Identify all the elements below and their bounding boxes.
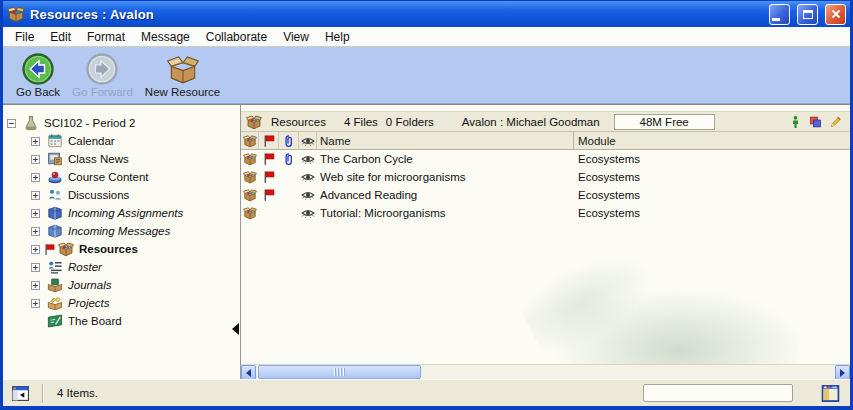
list-row[interactable]: Web site for microorganismsEcosystems [241, 168, 850, 186]
tree-item[interactable]: +Incoming Assignments [3, 204, 240, 222]
collapse-splitter-arrow[interactable] [232, 323, 239, 335]
watermark [512, 230, 673, 364]
window-title: Resources : Avalon [30, 7, 762, 22]
scroll-grip-icon [334, 368, 345, 376]
menu-message[interactable]: Message [133, 28, 198, 46]
tree-item[interactable]: +Projects [3, 294, 240, 312]
eye-icon [301, 206, 315, 220]
tree-item[interactable]: +Course Content [3, 168, 240, 186]
hscroll-right-arrow[interactable] [835, 365, 850, 379]
tree-item[interactable]: +Roster [3, 258, 240, 276]
expand-toggle[interactable]: + [31, 137, 40, 146]
tree-item[interactable]: −SCI102 - Period 2 [3, 114, 240, 132]
cell-clip [279, 204, 299, 222]
expand-toggle[interactable]: − [7, 119, 16, 128]
hscroll-track[interactable] [256, 365, 835, 379]
column-header-row: Name Module [241, 132, 850, 150]
column-attachment[interactable] [279, 132, 299, 149]
cell-clip [279, 168, 299, 186]
resource-box-icon [243, 134, 257, 148]
tree: −SCI102 - Period 2+Calendar+Class News+C… [3, 114, 240, 330]
cell-eye [299, 204, 317, 222]
toolbar: Go Back Go Forward New Resource [3, 47, 850, 104]
panel-toggle-icon[interactable] [11, 384, 30, 403]
expand-toggle[interactable]: + [31, 173, 40, 182]
expand-toggle[interactable]: + [31, 281, 40, 290]
expand-toggle[interactable]: + [31, 191, 40, 200]
list-row[interactable]: Advanced ReadingEcosystems [241, 186, 850, 204]
minimize-button[interactable] [769, 4, 790, 25]
list-row[interactable]: The Carbon CycleEcosystems [241, 150, 850, 168]
resource-module: Ecosystems [574, 204, 640, 222]
column-visibility[interactable] [299, 132, 317, 149]
tree-item[interactable]: +Journals [3, 276, 240, 294]
column-resource-icon[interactable] [241, 132, 259, 149]
titlebar: Resources : Avalon [3, 1, 850, 27]
cell-eye [299, 150, 317, 168]
hscroll-left-arrow[interactable] [241, 365, 256, 379]
tree-item[interactable]: The Board [3, 312, 240, 330]
expand-toggle[interactable]: + [31, 155, 40, 164]
cell-flag [259, 204, 279, 222]
folders-count: 0 Folders [386, 116, 434, 128]
tree-item-label: Resources [79, 243, 138, 255]
expand-toggle[interactable]: + [31, 227, 40, 236]
resource-list-panel: Resources 4 Files 0 Folders Avalon : Mic… [241, 105, 850, 379]
app-window: Resources : Avalon File Edit Format Mess… [0, 0, 853, 410]
expand-toggle[interactable]: + [31, 263, 40, 272]
expand-toggle[interactable]: + [31, 245, 40, 254]
roster-icon [47, 259, 63, 275]
resource-name[interactable]: The Carbon Cycle [317, 150, 574, 168]
flag-icon [262, 152, 276, 166]
layers-icon[interactable] [809, 115, 822, 129]
cell-flag [259, 150, 279, 168]
go-forward-button[interactable]: Go Forward [67, 51, 138, 99]
column-flag[interactable] [259, 132, 279, 149]
flag-icon [262, 188, 276, 202]
tree-item[interactable]: +Calendar [3, 132, 240, 150]
new-resource-icon [166, 52, 200, 86]
tree-item[interactable]: +Incoming Messages [3, 222, 240, 240]
flask-icon [23, 115, 39, 131]
user-icon[interactable] [789, 115, 802, 129]
list-row[interactable]: Tutorial: MicroorganismsEcosystems [241, 204, 850, 222]
resource-box-icon [246, 114, 262, 130]
eye-icon [301, 188, 315, 202]
new-resource-button[interactable]: New Resource [140, 51, 225, 99]
tree-item[interactable]: +Discussions [3, 186, 240, 204]
app-icon[interactable] [7, 5, 25, 23]
cell-eye [299, 168, 317, 186]
column-module[interactable]: Module [574, 132, 850, 149]
cell-clip [279, 150, 299, 168]
edit-pencil-icon[interactable] [829, 115, 842, 129]
tree-item-label: Calendar [68, 135, 115, 147]
menu-edit[interactable]: Edit [42, 28, 79, 46]
flag-icon [262, 134, 276, 148]
expand-toggle[interactable]: + [31, 209, 40, 218]
menu-format[interactable]: Format [79, 28, 133, 46]
go-back-button[interactable]: Go Back [11, 51, 65, 99]
eye-icon [301, 170, 315, 184]
window-layout-icon[interactable] [821, 384, 840, 403]
eye-icon [301, 152, 315, 166]
menu-help[interactable]: Help [317, 28, 358, 46]
tree-item[interactable]: +Resources [3, 240, 240, 258]
resource-name[interactable]: Advanced Reading [317, 186, 574, 204]
menu-collaborate[interactable]: Collaborate [198, 28, 275, 46]
tree-item-label: Incoming Messages [68, 225, 170, 237]
maximize-button[interactable] [797, 4, 818, 25]
resource-name[interactable]: Web site for microorganisms [317, 168, 574, 186]
assignments-icon [47, 205, 63, 221]
close-button[interactable] [825, 4, 846, 25]
resource-module: Ecosystems [574, 186, 640, 204]
statusbar: 4 Items. [3, 379, 850, 406]
menu-file[interactable]: File [7, 28, 42, 46]
hscroll-thumb[interactable] [258, 365, 421, 379]
resource-rows: The Carbon CycleEcosystemsWeb site for m… [241, 150, 850, 364]
resource-name[interactable]: Tutorial: Microorganisms [317, 204, 574, 222]
expand-toggle[interactable]: + [31, 299, 40, 308]
tree-item[interactable]: +Class News [3, 150, 240, 168]
menu-view[interactable]: View [275, 28, 317, 46]
tree-item-label: Journals [68, 279, 111, 291]
column-name[interactable]: Name [317, 132, 574, 149]
